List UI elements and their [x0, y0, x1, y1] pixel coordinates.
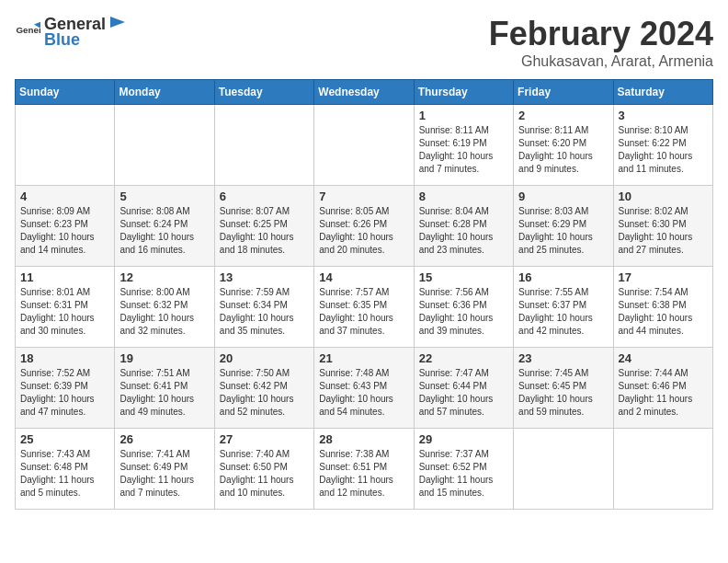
- day-number: 18: [20, 351, 109, 365]
- day-number: 3: [619, 109, 708, 122]
- calendar-cell: 19Sunrise: 7:51 AM Sunset: 6:41 PM Dayli…: [115, 348, 214, 429]
- calendar-cell: 29Sunrise: 7:37 AM Sunset: 6:52 PM Dayli…: [414, 429, 513, 510]
- day-info: Sunrise: 7:56 AM Sunset: 6:36 PM Dayligh…: [419, 286, 508, 338]
- calendar-cell: 5Sunrise: 8:08 AM Sunset: 6:24 PM Daylig…: [115, 186, 214, 267]
- day-info: Sunrise: 8:01 AM Sunset: 6:31 PM Dayligh…: [20, 286, 109, 338]
- calendar-cell: 17Sunrise: 7:54 AM Sunset: 6:38 PM Dayli…: [613, 267, 712, 348]
- calendar-cell: 22Sunrise: 7:47 AM Sunset: 6:44 PM Dayli…: [414, 348, 513, 429]
- day-header-thursday: Thursday: [414, 80, 513, 105]
- calendar-cell: 12Sunrise: 8:00 AM Sunset: 6:32 PM Dayli…: [115, 267, 214, 348]
- logo-icon: General: [15, 19, 40, 45]
- calendar-cell: 10Sunrise: 8:02 AM Sunset: 6:30 PM Dayli…: [613, 186, 712, 267]
- week-row-5: 25Sunrise: 7:43 AM Sunset: 6:48 PM Dayli…: [16, 429, 713, 510]
- day-number: 10: [619, 190, 708, 203]
- day-info: Sunrise: 7:51 AM Sunset: 6:41 PM Dayligh…: [119, 367, 209, 419]
- day-number: 5: [119, 190, 209, 203]
- day-info: Sunrise: 7:57 AM Sunset: 6:35 PM Dayligh…: [319, 286, 408, 338]
- day-number: 17: [619, 270, 708, 284]
- day-header-saturday: Saturday: [613, 80, 712, 105]
- day-number: 29: [419, 432, 508, 446]
- day-info: Sunrise: 8:05 AM Sunset: 6:26 PM Dayligh…: [319, 205, 408, 257]
- logo-arrow-icon: [107, 15, 125, 29]
- day-info: Sunrise: 7:52 AM Sunset: 6:39 PM Dayligh…: [20, 367, 109, 419]
- calendar-cell: [115, 105, 214, 186]
- day-number: 16: [518, 270, 608, 284]
- day-header-wednesday: Wednesday: [314, 80, 414, 105]
- day-header-monday: Monday: [115, 80, 214, 105]
- calendar-cell: 15Sunrise: 7:56 AM Sunset: 6:36 PM Dayli…: [414, 267, 513, 348]
- day-info: Sunrise: 8:11 AM Sunset: 6:19 PM Dayligh…: [419, 124, 508, 176]
- calendar-cell: [613, 429, 712, 510]
- day-number: 21: [319, 351, 408, 365]
- calendar-cell: 24Sunrise: 7:44 AM Sunset: 6:46 PM Dayli…: [613, 348, 712, 429]
- day-info: Sunrise: 7:44 AM Sunset: 6:46 PM Dayligh…: [619, 367, 708, 419]
- day-header-friday: Friday: [514, 80, 613, 105]
- title-section: February 2024 Ghukasavan, Ararat, Armeni…: [489, 15, 713, 70]
- calendar-cell: 7Sunrise: 8:05 AM Sunset: 6:26 PM Daylig…: [314, 186, 414, 267]
- day-info: Sunrise: 7:47 AM Sunset: 6:44 PM Dayligh…: [419, 367, 508, 419]
- svg-text:General: General: [16, 25, 40, 35]
- day-info: Sunrise: 8:08 AM Sunset: 6:24 PM Dayligh…: [119, 205, 209, 257]
- day-number: 23: [518, 351, 608, 365]
- day-number: 7: [319, 190, 408, 203]
- location-subtitle: Ghukasavan, Ararat, Armenia: [489, 53, 713, 70]
- day-number: 9: [518, 190, 608, 203]
- calendar-cell: 13Sunrise: 7:59 AM Sunset: 6:34 PM Dayli…: [214, 267, 313, 348]
- day-number: 25: [20, 432, 109, 446]
- calendar-cell: [214, 105, 313, 186]
- day-info: Sunrise: 7:38 AM Sunset: 6:51 PM Dayligh…: [319, 448, 408, 500]
- calendar-cell: 14Sunrise: 7:57 AM Sunset: 6:35 PM Dayli…: [314, 267, 414, 348]
- calendar-table: SundayMondayTuesdayWednesdayThursdayFrid…: [15, 79, 713, 510]
- week-row-3: 11Sunrise: 8:01 AM Sunset: 6:31 PM Dayli…: [16, 267, 713, 348]
- calendar-cell: 18Sunrise: 7:52 AM Sunset: 6:39 PM Dayli…: [16, 348, 115, 429]
- day-number: 11: [20, 270, 109, 284]
- calendar-cell: 9Sunrise: 8:03 AM Sunset: 6:29 PM Daylig…: [514, 186, 613, 267]
- calendar-cell: 20Sunrise: 7:50 AM Sunset: 6:42 PM Dayli…: [214, 348, 313, 429]
- day-number: 4: [20, 190, 109, 203]
- day-number: 12: [119, 270, 209, 284]
- calendar-cell: 16Sunrise: 7:55 AM Sunset: 6:37 PM Dayli…: [514, 267, 613, 348]
- day-info: Sunrise: 8:09 AM Sunset: 6:23 PM Dayligh…: [20, 205, 109, 257]
- logo: General General Blue: [15, 15, 126, 50]
- page-header: General General Blue February 2024 Ghuka…: [15, 15, 713, 70]
- day-number: 20: [220, 351, 309, 365]
- day-info: Sunrise: 7:43 AM Sunset: 6:48 PM Dayligh…: [20, 448, 109, 500]
- week-row-2: 4Sunrise: 8:09 AM Sunset: 6:23 PM Daylig…: [16, 186, 713, 267]
- day-header-sunday: Sunday: [16, 80, 115, 105]
- day-info: Sunrise: 7:55 AM Sunset: 6:37 PM Dayligh…: [518, 286, 608, 338]
- svg-marker-2: [110, 17, 125, 28]
- day-info: Sunrise: 7:54 AM Sunset: 6:38 PM Dayligh…: [619, 286, 708, 338]
- day-number: 1: [419, 109, 508, 122]
- month-year-title: February 2024: [489, 15, 713, 53]
- calendar-cell: 11Sunrise: 8:01 AM Sunset: 6:31 PM Dayli…: [16, 267, 115, 348]
- calendar-cell: 26Sunrise: 7:41 AM Sunset: 6:49 PM Dayli…: [115, 429, 214, 510]
- day-info: Sunrise: 7:40 AM Sunset: 6:50 PM Dayligh…: [220, 448, 309, 500]
- calendar-cell: [314, 105, 414, 186]
- day-number: 15: [419, 270, 508, 284]
- calendar-cell: [514, 429, 613, 510]
- calendar-cell: 2Sunrise: 8:11 AM Sunset: 6:20 PM Daylig…: [514, 105, 613, 186]
- day-number: 22: [419, 351, 508, 365]
- week-row-4: 18Sunrise: 7:52 AM Sunset: 6:39 PM Dayli…: [16, 348, 713, 429]
- day-info: Sunrise: 7:41 AM Sunset: 6:49 PM Dayligh…: [119, 448, 209, 500]
- day-info: Sunrise: 8:10 AM Sunset: 6:22 PM Dayligh…: [619, 124, 708, 176]
- day-info: Sunrise: 8:03 AM Sunset: 6:29 PM Dayligh…: [518, 205, 608, 257]
- week-row-1: 1Sunrise: 8:11 AM Sunset: 6:19 PM Daylig…: [16, 105, 713, 186]
- day-number: 24: [619, 351, 708, 365]
- day-number: 8: [419, 190, 508, 203]
- calendar-cell: 1Sunrise: 8:11 AM Sunset: 6:19 PM Daylig…: [414, 105, 513, 186]
- day-number: 2: [518, 109, 608, 122]
- day-info: Sunrise: 8:07 AM Sunset: 6:25 PM Dayligh…: [220, 205, 309, 257]
- day-number: 26: [119, 432, 209, 446]
- calendar-cell: 3Sunrise: 8:10 AM Sunset: 6:22 PM Daylig…: [613, 105, 712, 186]
- day-info: Sunrise: 7:50 AM Sunset: 6:42 PM Dayligh…: [220, 367, 309, 419]
- day-header-tuesday: Tuesday: [214, 80, 313, 105]
- day-number: 13: [220, 270, 309, 284]
- day-info: Sunrise: 8:04 AM Sunset: 6:28 PM Dayligh…: [419, 205, 508, 257]
- day-info: Sunrise: 7:45 AM Sunset: 6:45 PM Dayligh…: [518, 367, 608, 419]
- calendar-cell: 25Sunrise: 7:43 AM Sunset: 6:48 PM Dayli…: [16, 429, 115, 510]
- day-info: Sunrise: 8:11 AM Sunset: 6:20 PM Dayligh…: [518, 124, 608, 176]
- day-info: Sunrise: 7:37 AM Sunset: 6:52 PM Dayligh…: [419, 448, 508, 500]
- day-number: 6: [220, 190, 309, 203]
- calendar-cell: 28Sunrise: 7:38 AM Sunset: 6:51 PM Dayli…: [314, 429, 414, 510]
